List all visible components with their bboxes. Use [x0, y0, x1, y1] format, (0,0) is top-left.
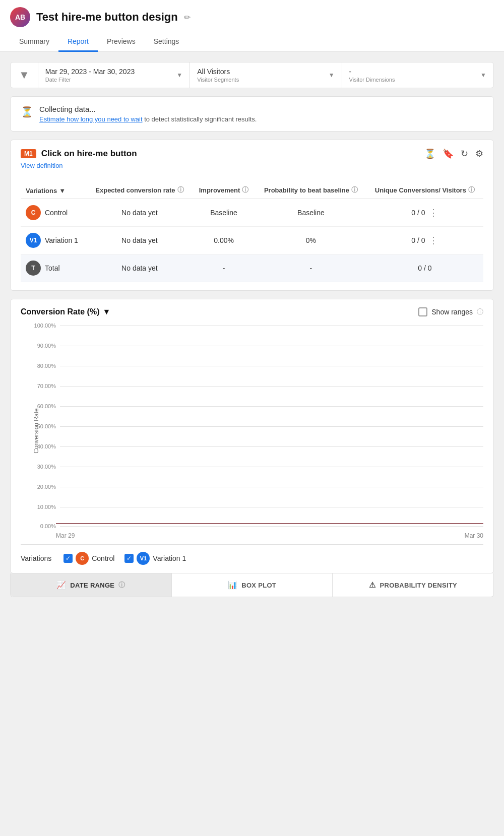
show-ranges-info-icon[interactable]: ⓘ	[477, 307, 483, 316]
chart-svg	[56, 323, 483, 524]
v1-badge: V1	[26, 233, 41, 248]
tab-report[interactable]: Report	[58, 33, 98, 52]
control-name: Control	[45, 209, 68, 217]
visitor-dimensions-filter[interactable]: - Visitor Dimensions ▼	[342, 62, 493, 88]
view-definition-link[interactable]: View definition	[21, 162, 63, 169]
legend-control-name: Control	[92, 554, 114, 562]
legend-v1-check-icon: ✓	[127, 555, 132, 562]
control-probability: Baseline	[256, 199, 366, 227]
gear-icon[interactable]: ⚙	[475, 148, 483, 159]
avatar: AB	[10, 7, 30, 27]
tab-summary[interactable]: Summary	[10, 33, 58, 52]
control-unique-value: 0 / 0	[411, 209, 425, 217]
x-label-mar29: Mar 29	[56, 532, 75, 539]
v1-improvement: 0.00%	[192, 227, 256, 254]
metric-actions: ⏳ 🔖 ↻ ⚙	[424, 148, 483, 159]
show-ranges-label[interactable]: Show ranges	[431, 308, 473, 316]
col-probability-info-icon[interactable]: ⓘ	[351, 185, 358, 195]
chart-title[interactable]: Conversion Rate (%) ▼	[21, 307, 110, 316]
legend-item-v1: ✓ V1 Variation 1	[124, 552, 186, 565]
grid-label-100: 100.00%	[28, 323, 56, 329]
legend-v1-badge: V1	[137, 552, 150, 565]
tab-settings[interactable]: Settings	[145, 33, 188, 52]
chart-y-label: Conversion Rate	[33, 408, 40, 453]
v1-variation-cell: V1 Variation 1	[21, 227, 87, 254]
x-label-mar30: Mar 30	[465, 532, 483, 539]
metric-title-area: M1 Click on hire-me button	[21, 149, 137, 159]
total-improvement: -	[192, 254, 256, 282]
show-ranges-area: Show ranges ⓘ	[418, 307, 483, 316]
content: ▼ Mar 29, 2023 - Mar 30, 2023 Date Filte…	[0, 52, 504, 607]
v1-row-menu[interactable]: ⋮	[429, 235, 438, 246]
col-improvement-info-icon[interactable]: ⓘ	[242, 185, 248, 195]
col-unique-info-icon[interactable]: ⓘ	[468, 185, 475, 195]
legend-control-check-icon: ✓	[66, 555, 71, 562]
col-probability-label: Probability to beat baseline	[264, 186, 349, 194]
table-row: V1 Variation 1 No data yet 0.00% 0% 0 / …	[21, 227, 483, 254]
page-container: AB Test hire-me button design ✏ Summary …	[0, 0, 504, 607]
control-variation-cell: C Control	[21, 199, 87, 227]
grid-label-90: 90.00%	[28, 343, 56, 349]
metric-badge: M1	[21, 149, 36, 158]
hourglass-action-icon[interactable]: ⏳	[424, 148, 435, 159]
date-filter-value: Mar 29, 2023 - Mar 30, 2023	[45, 68, 135, 76]
col-variations-filter-icon[interactable]: ▼	[59, 187, 66, 195]
bookmark-icon[interactable]: 🔖	[443, 148, 454, 159]
total-expected: No data yet	[87, 254, 192, 282]
legend-v1-name: Variation 1	[153, 554, 186, 562]
date-range-info-icon[interactable]: ⓘ	[118, 581, 125, 590]
col-expected-label: Expected conversion rate	[95, 186, 175, 194]
metric-title: Click on hire-me button	[41, 149, 137, 159]
total-variation-cell: T Total	[21, 254, 87, 282]
date-filter-label: Date Filter	[45, 77, 135, 83]
metric-header: M1 Click on hire-me button ⏳ 🔖 ↻ ⚙	[21, 148, 483, 159]
visitor-segments-value: All Visitors	[197, 68, 239, 76]
tab-box-plot[interactable]: 📊 BOX PLOT	[172, 573, 333, 597]
date-filter[interactable]: Mar 29, 2023 - Mar 30, 2023 Date Filter …	[38, 62, 190, 88]
v1-unique-value: 0 / 0	[411, 236, 425, 244]
legend-control-checkbox[interactable]: ✓	[64, 554, 73, 563]
show-ranges-checkbox[interactable]	[418, 307, 427, 316]
chart-title-chevron: ▼	[102, 307, 110, 316]
tab-date-range[interactable]: 📈 DATE RANGE ⓘ	[11, 573, 172, 597]
col-unique: Unique Conversions/ Visitors ⓘ	[366, 181, 483, 199]
legend-v1-checkbox[interactable]: ✓	[124, 554, 134, 563]
total-name: Total	[45, 264, 60, 272]
tab-probability-density[interactable]: ⚠ PROBABILITY DENSITY	[333, 573, 493, 597]
table-row: C Control No data yet Baseline Baseline …	[21, 199, 483, 227]
legend-title: Variations	[21, 554, 51, 562]
col-expected: Expected conversion rate ⓘ	[87, 181, 192, 199]
chart-x-labels: Mar 29 Mar 30	[56, 532, 483, 539]
chart-title-label: Conversion Rate (%)	[21, 307, 99, 316]
grid-label-80: 80.00%	[28, 363, 56, 369]
header: AB Test hire-me button design ✏ Summary …	[0, 0, 504, 52]
control-improvement: Baseline	[192, 199, 256, 227]
visitor-segments-filter[interactable]: All Visitors Visitor Segments ▼	[190, 62, 342, 88]
grid-label-0: 0.00%	[28, 523, 56, 529]
grid-label-30: 30.00%	[28, 464, 56, 470]
control-unique: 0 / 0 ⋮	[366, 199, 483, 227]
chart-wrapper: Conversion Rate 100.00% 90.00%	[21, 323, 483, 539]
col-improvement-label: Improvement	[199, 186, 240, 194]
collecting-title: Collecting data...	[39, 105, 257, 113]
col-expected-info-icon[interactable]: ⓘ	[177, 185, 184, 195]
chart-grid: 100.00% 90.00% 80.00% 70.00%	[56, 323, 483, 524]
header-top: AB Test hire-me button design ✏	[10, 7, 494, 27]
edit-icon[interactable]: ✏	[184, 13, 191, 22]
refresh-icon[interactable]: ↻	[461, 148, 468, 159]
control-row-menu[interactable]: ⋮	[429, 207, 438, 218]
legend-control-badge: C	[76, 552, 89, 565]
v1-expected: No data yet	[87, 227, 192, 254]
control-badge: C	[26, 205, 41, 220]
total-probability: -	[256, 254, 366, 282]
metric-card: M1 Click on hire-me button ⏳ 🔖 ↻ ⚙ View …	[10, 140, 494, 291]
box-plot-label: BOX PLOT	[241, 582, 276, 589]
col-improvement: Improvement ⓘ	[192, 181, 256, 199]
control-expected: No data yet	[87, 199, 192, 227]
tab-previews[interactable]: Previews	[98, 33, 145, 52]
visitor-dimensions-value: -	[349, 68, 395, 76]
variations-table: Variations ▼ Expected conversion rate ⓘ	[21, 181, 483, 282]
estimate-link[interactable]: Estimate how long you need to wait	[39, 115, 143, 123]
visitor-dimensions-chevron: ▼	[480, 72, 486, 79]
page-title: Test hire-me button design	[36, 11, 178, 24]
